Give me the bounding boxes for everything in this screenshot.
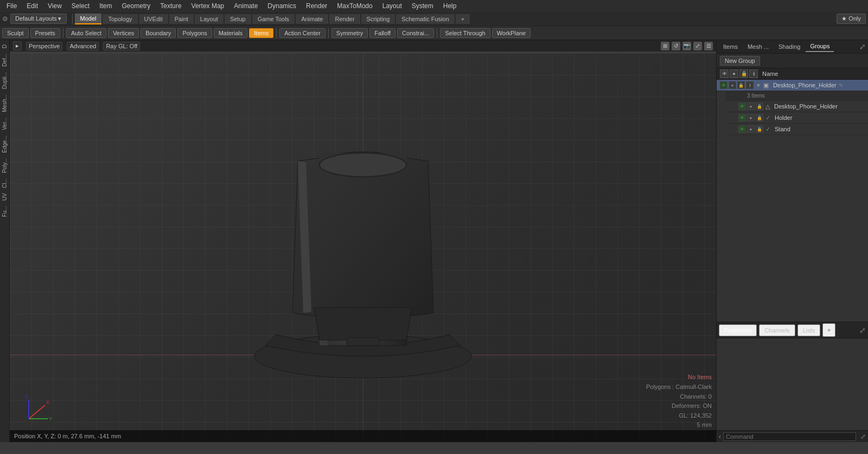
row-icon-lock-child3[interactable]: 🔒: [756, 125, 763, 133]
row-icon-lock-child1[interactable]: 🔒: [756, 103, 763, 110]
menu-maxtomodo[interactable]: MaxToModo: [333, 1, 376, 11]
col-icon-render[interactable]: ●: [730, 69, 738, 78]
menu-dynamics[interactable]: Dynamics: [263, 1, 301, 11]
boundary-btn[interactable]: Boundary: [141, 28, 176, 38]
new-group-btn[interactable]: New Group: [720, 56, 760, 66]
command-input[interactable]: [723, 432, 856, 441]
workplane-btn[interactable]: WorkPlane: [492, 28, 531, 38]
tab-paint[interactable]: Paint: [169, 14, 194, 24]
group-row-main[interactable]: 👁 ● 🔒 ℹ ▼ ▣ Desktop_Phone_Holder ✎: [717, 80, 868, 91]
presets-btn[interactable]: Presets: [30, 28, 60, 38]
menu-item[interactable]: Item: [95, 1, 116, 11]
vp-advanced[interactable]: Advanced: [67, 42, 99, 50]
row-icon-render-child1[interactable]: ●: [747, 103, 755, 110]
layout-dropdown[interactable]: Default Layouts ▾: [10, 14, 67, 24]
col-icon-info[interactable]: ℹ: [749, 69, 758, 78]
row-icon-render-child3[interactable]: ●: [747, 125, 755, 133]
panel-expand-icon[interactable]: ⤢: [859, 42, 866, 51]
row-icon-eye-child3[interactable]: 👁: [738, 125, 746, 133]
col-icon-lock[interactable]: 🔒: [739, 69, 748, 78]
menu-vertex-map[interactable]: Vertex Map: [187, 1, 229, 11]
star-only-btn[interactable]: ★ Only: [837, 14, 866, 24]
left-tab-3[interactable]: Mesh...: [1, 92, 9, 114]
items-btn[interactable]: Items: [249, 28, 273, 38]
vp-icon-menu[interactable]: ☰: [704, 42, 713, 50]
vp-icon-expand[interactable]: ⤢: [693, 42, 702, 50]
group-row-child-3[interactable]: 👁 ● 🔒 ✓ Stand: [725, 124, 868, 135]
constraints-btn[interactable]: Constrai...: [397, 28, 434, 38]
tab-animate[interactable]: Animate: [296, 14, 328, 24]
groups-content[interactable]: 👁 ● 🔒 ℹ ▼ ▣ Desktop_Phone_Holder ✎ 3 Ite…: [717, 80, 868, 322]
expand-arrow-main[interactable]: ▼: [756, 82, 761, 88]
menu-view[interactable]: View: [43, 1, 66, 11]
auto-select-btn[interactable]: Auto Select: [66, 28, 106, 38]
row-icon-lock-child2[interactable]: 🔒: [756, 114, 763, 122]
left-tab-1[interactable]: Def...: [1, 52, 9, 69]
panel-tab-mesh[interactable]: Mesh ...: [743, 42, 773, 52]
col-icon-eye[interactable]: 👁: [720, 69, 729, 78]
menu-geometry[interactable]: Geometry: [118, 1, 155, 11]
menu-layout[interactable]: Layout: [378, 1, 406, 11]
row-icon-render-main[interactable]: ●: [729, 81, 736, 89]
left-tab-9[interactable]: Fu...: [1, 204, 9, 219]
tab-scripting[interactable]: Scripting: [361, 14, 395, 24]
tab-topology[interactable]: Topology: [103, 14, 137, 24]
menu-render[interactable]: Render: [302, 1, 331, 11]
menu-animate[interactable]: Animate: [229, 1, 262, 11]
menu-system[interactable]: System: [407, 1, 438, 11]
row-icon-eye-child1[interactable]: 👁: [738, 103, 746, 110]
viewport-3d[interactable]: X Y Z No Items Polygons : Catmull-Clark …: [10, 53, 716, 442]
select-through-btn[interactable]: Select Through: [440, 28, 490, 38]
materials-btn[interactable]: Materials: [214, 28, 248, 38]
row-icon-render-child2[interactable]: ●: [747, 114, 755, 122]
left-tab-4[interactable]: Ver...: [1, 116, 9, 132]
left-tab-6[interactable]: Poly...: [1, 156, 9, 175]
vp-arrow[interactable]: ▸: [13, 41, 22, 50]
group-row-child-1[interactable]: 👁 ● 🔒 △ Desktop_Phone_Holder: [725, 101, 868, 112]
prop-tab-properties[interactable]: Properties: [719, 324, 757, 336]
symmetry-btn[interactable]: Symmetry: [331, 28, 368, 38]
left-tab-5[interactable]: Edge...: [1, 133, 9, 155]
tab-setup[interactable]: Setup: [225, 14, 251, 24]
panel-tab-shading[interactable]: Shading: [774, 42, 805, 52]
tab-add[interactable]: +: [456, 14, 470, 24]
vp-icon-grid[interactable]: ⊞: [661, 42, 669, 50]
panel-tab-items[interactable]: Items: [719, 42, 742, 52]
menu-help[interactable]: Help: [439, 1, 461, 11]
row-icon-eye-child2[interactable]: 👁: [738, 114, 746, 122]
group-row-child-2[interactable]: 👁 ● 🔒 ✓ Holder: [725, 112, 868, 124]
prop-tab-lists[interactable]: Lists: [797, 324, 821, 336]
viewport[interactable]: ▸ Perspective Advanced Ray GL: Off ⊞ ↺ 📷…: [10, 40, 716, 442]
vp-ray-gl[interactable]: Ray GL: Off: [103, 42, 140, 50]
vp-icon-rotate[interactable]: ↺: [672, 42, 680, 50]
action-center-btn[interactable]: Action Center: [279, 28, 326, 38]
group-edit-icon[interactable]: ✎: [839, 82, 843, 88]
tab-render[interactable]: Render: [329, 14, 360, 24]
vertices-btn[interactable]: Vertices: [108, 28, 139, 38]
vp-icon-camera[interactable]: 📷: [682, 42, 691, 50]
cmd-expand-icon[interactable]: ⤢: [860, 433, 866, 440]
tab-model[interactable]: Model: [75, 14, 102, 24]
tab-uvedit[interactable]: UVEdit: [139, 14, 168, 24]
falloff-btn[interactable]: Falloff: [369, 28, 395, 38]
polygons-btn[interactable]: Polygons: [177, 28, 212, 38]
left-tab-0[interactable]: D: [1, 42, 9, 50]
vp-perspective[interactable]: Perspective: [26, 42, 62, 50]
row-icon-info-main[interactable]: ℹ: [746, 81, 754, 89]
tab-layout[interactable]: Layout: [195, 14, 224, 24]
menu-texture[interactable]: Texture: [156, 1, 186, 11]
menu-select[interactable]: Select: [67, 1, 94, 11]
menu-file[interactable]: File: [2, 1, 21, 11]
tab-game-tools[interactable]: Game Tools: [252, 14, 295, 24]
menu-edit[interactable]: Edit: [22, 1, 42, 11]
prop-tab-add[interactable]: +: [822, 323, 835, 337]
prop-tab-channels[interactable]: Channels: [759, 324, 795, 336]
left-tab-2[interactable]: Dupli...: [1, 70, 9, 91]
left-tab-7[interactable]: Cl...: [1, 176, 9, 190]
row-icon-lock-main[interactable]: 🔒: [737, 81, 745, 89]
cmd-arrow-left[interactable]: ‹: [719, 433, 721, 440]
properties-expand-icon[interactable]: ⤢: [859, 326, 866, 335]
row-icon-eye-main[interactable]: 👁: [720, 81, 727, 89]
left-tab-8[interactable]: UV: [1, 191, 9, 203]
tab-schematic-fusion[interactable]: Schematic Fusion: [396, 14, 454, 24]
